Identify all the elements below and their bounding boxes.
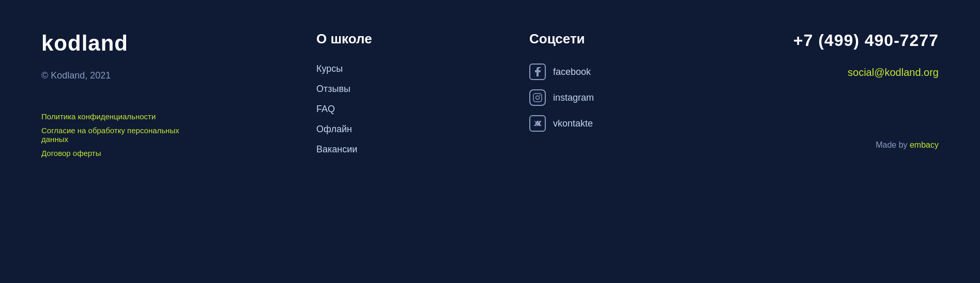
made-by-prefix: Made by	[876, 140, 910, 149]
social-vkontakte[interactable]: vkontakte	[529, 115, 653, 132]
nav-offline[interactable]: Офлайн	[316, 124, 420, 135]
legal-links: Политика конфиденциальности Согласие на …	[41, 112, 207, 158]
col-social: Соцсети facebook	[529, 31, 653, 132]
nav-reviews[interactable]: Отзывы	[316, 84, 420, 95]
copyright: © Kodland, 2021	[41, 70, 207, 81]
facebook-label: facebook	[553, 67, 591, 77]
vkontakte-label: vkontakte	[553, 118, 593, 129]
embacy-link[interactable]: embacy	[910, 140, 939, 149]
footer: kodland © Kodland, 2021 Политика конфиде…	[0, 0, 980, 283]
vk-icon	[529, 115, 546, 132]
made-by: Made by embacy	[876, 140, 939, 150]
email-link[interactable]: social@kodland.org	[848, 67, 939, 78]
legal-link-consent[interactable]: Согласие на обработку персональных данны…	[41, 126, 207, 144]
svg-rect-0	[533, 93, 542, 102]
svg-point-2	[540, 95, 541, 96]
logo: kodland	[41, 31, 207, 56]
svg-point-1	[536, 96, 540, 100]
nav-faq[interactable]: FAQ	[316, 104, 420, 115]
nav-courses[interactable]: Курсы	[316, 64, 420, 74]
phone-number: +7 (499) 490-7277	[793, 31, 939, 50]
col-about: О школе Курсы Отзывы FAQ Офлайн Вакансии	[316, 31, 420, 155]
facebook-icon	[529, 64, 546, 80]
legal-link-privacy[interactable]: Политика конфиденциальности	[41, 112, 207, 121]
legal-link-contract[interactable]: Договор оферты	[41, 149, 207, 158]
social-links: facebook instagram	[529, 64, 653, 132]
social-facebook[interactable]: facebook	[529, 64, 653, 80]
nav-vacancies[interactable]: Вакансии	[316, 144, 420, 155]
footer-inner: kodland © Kodland, 2021 Политика конфиде…	[41, 31, 939, 252]
col-contact: +7 (499) 490-7277 social@kodland.org Mad…	[763, 31, 939, 150]
social-header: Соцсети	[529, 31, 653, 47]
col-brand: kodland © Kodland, 2021 Политика конфиде…	[41, 31, 207, 158]
about-header: О школе	[316, 31, 420, 47]
about-nav: Курсы Отзывы FAQ Офлайн Вакансии	[316, 64, 420, 155]
instagram-label: instagram	[553, 92, 594, 103]
social-instagram[interactable]: instagram	[529, 89, 653, 106]
instagram-icon	[529, 89, 546, 106]
